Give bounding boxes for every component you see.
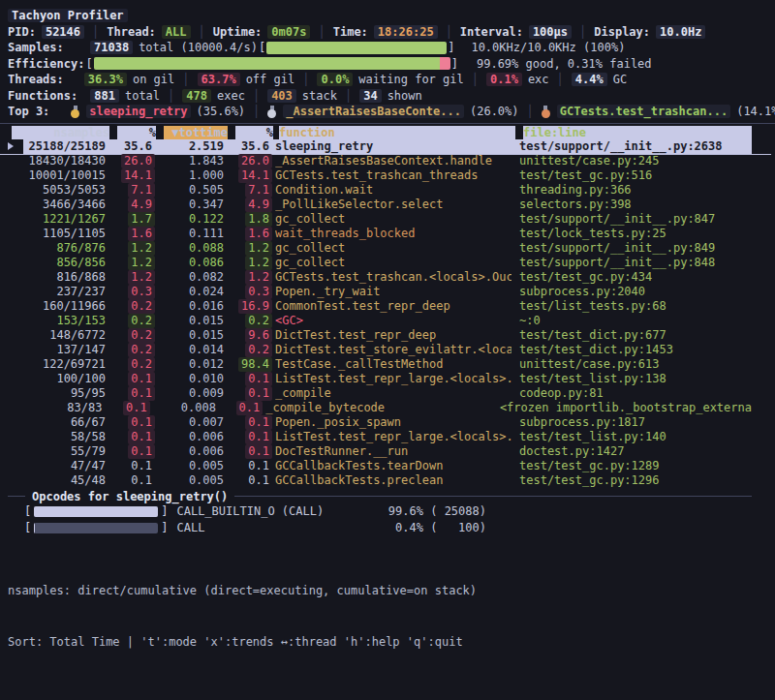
efficiency-label: Efficiency: <box>8 57 84 71</box>
pct-cumulative-cell: 0.1 <box>232 430 269 444</box>
column-header-tottime[interactable]: ▼tottime <box>164 126 228 139</box>
efficiency-bar-good <box>94 57 440 70</box>
nsamples-cell: 148/6772 <box>23 328 106 343</box>
gold-medal-icon <box>71 106 79 118</box>
tottime-cell: 0.012 <box>160 357 224 372</box>
pct-cumulative-value: 0.3 <box>245 285 272 299</box>
nsamples-cell: 55/79 <box>23 444 106 459</box>
table-row[interactable]: 66/670.10.0070.1Popen._posix_spawnsubpro… <box>23 415 752 430</box>
pct-direct-cell: 1.2 <box>113 256 152 270</box>
tottime-cell: 0.088 <box>160 241 224 256</box>
table-row[interactable]: 10001/1001514.11.00014.1GCTests.test_tra… <box>23 168 752 183</box>
nsamples-cell: 95/95 <box>23 386 106 401</box>
function-stat-value: 478 <box>182 89 211 103</box>
thread-stat-label: GC <box>613 73 627 86</box>
table-row[interactable]: 148/67720.20.0159.6DictTest.test_repr_de… <box>23 328 752 343</box>
nsamples-cell: 5053/5053 <box>23 183 106 198</box>
tottime-cell: 0.347 <box>160 198 224 212</box>
pct-direct-value: 0.1 <box>128 415 155 430</box>
column-header-pct-direct[interactable]: % <box>117 126 156 139</box>
thread-stat-value: 0.1% <box>486 73 522 86</box>
table-row[interactable]: 876/8761.20.0881.2gc_collecttest/support… <box>23 241 752 256</box>
header-table-divider <box>0 123 775 124</box>
file-line-cell: test/test_gc.py:516 <box>519 168 752 183</box>
function-cell: _AssertRaisesBaseContext.handle <box>275 154 512 168</box>
separator: │ <box>168 89 174 103</box>
opcode-row: []CALL_BUILTIN_O (CALL)99.6% ( 25088) <box>0 503 486 520</box>
thread-stat-value: 0.0% <box>317 73 353 86</box>
table-row[interactable]: 160/119660.20.01616.9CommonTest.test_rep… <box>23 299 752 314</box>
top-function-name: sleeping_retry <box>86 105 190 118</box>
pct-cumulative-value: 35.6 <box>241 139 269 154</box>
table-row[interactable]: 18430/1843026.01.84326.0_AssertRaisesBas… <box>23 154 752 168</box>
table-row[interactable]: 856/8561.20.0861.2gc_collecttest/support… <box>23 256 752 270</box>
column-header-pct-cumulative[interactable]: % <box>235 126 273 139</box>
pct-direct-value: 1.7 <box>128 212 155 227</box>
tottime-cell: 0.014 <box>160 343 224 357</box>
nsamples-cell: 47/47 <box>23 459 106 473</box>
pct-direct-value: 0.2 <box>128 328 155 343</box>
top3-label: Top 3: <box>8 105 49 118</box>
profiler-header: Tachyon Profiler PID:52146│Thread:ALL│Up… <box>0 0 775 120</box>
tottime-cell: 1.843 <box>160 154 224 168</box>
table-row[interactable]: 5053/50537.10.5057.1Condition.waitthread… <box>23 183 752 198</box>
table-row[interactable]: 25188/2518935.62.51935.6sleeping_retryte… <box>23 139 752 154</box>
footer-keybinds: Sort: Total Time | 't':mode 'x':trends ↔… <box>8 634 477 652</box>
pct-cumulative-value: 1.2 <box>245 241 272 256</box>
pct-direct-cell: 1.2 <box>113 241 152 256</box>
table-row[interactable]: 83/830.10.0080.1_compile_bytecode<frozen… <box>23 401 752 415</box>
terminal-screen: Tachyon Profiler PID:52146│Thread:ALL│Up… <box>0 0 775 700</box>
top-function-pct: (35.6%) <box>197 105 246 118</box>
file-line-cell: test/test_gc.py:1296 <box>519 473 752 488</box>
bronze-medal-icon <box>542 106 550 118</box>
column-header-file-line[interactable]: file:line <box>523 126 752 139</box>
display-label: Display: <box>594 25 650 39</box>
separator: │ <box>472 73 479 86</box>
pct-direct-cell: 0.1 <box>113 386 152 401</box>
pct-cumulative-cell: 0.1 <box>232 415 269 430</box>
tottime-cell: 0.015 <box>160 314 224 328</box>
file-line-cell: test/list_tests.py:68 <box>519 299 752 314</box>
samples-label: Samples: <box>8 41 90 54</box>
pct-direct-value: 0.1 <box>128 444 155 459</box>
pct-direct-cell: 4.9 <box>113 198 152 212</box>
table-row[interactable]: 100/1000.10.0100.1ListTest.test_repr_lar… <box>23 372 752 386</box>
nsamples-cell: 58/58 <box>23 430 106 444</box>
table-row[interactable]: 1221/12671.70.1221.8gc_collecttest/suppo… <box>23 212 752 227</box>
column-header-function[interactable]: function <box>279 126 515 139</box>
table-row[interactable]: 3466/34664.90.3474.9_PollLikeSelector.se… <box>23 198 752 212</box>
pct-direct-value: 0.2 <box>128 343 155 357</box>
table-row[interactable]: 137/1470.20.0140.2DictTest.test_store_ev… <box>23 343 752 357</box>
table-row[interactable]: 153/1530.20.0150.2<GC>~:0 <box>23 314 752 328</box>
tottime-cell: 0.010 <box>160 372 224 386</box>
table-row[interactable]: 122/697210.20.01298.4TestCase._callTestM… <box>23 357 752 372</box>
title-line: Tachyon Profiler <box>8 8 775 24</box>
table-row[interactable]: 816/8681.20.0821.2GCTests.test_trashcan.… <box>23 270 752 285</box>
pct-direct-cell: 0.1 <box>109 401 146 415</box>
pct-direct-value: 0.1 <box>128 372 155 386</box>
pct-cumulative-value: 9.6 <box>245 328 272 343</box>
app-title: Tachyon Profiler <box>8 9 128 22</box>
pct-direct-cell: 0.1 <box>113 444 152 459</box>
table-row[interactable]: 1105/11051.60.1111.6wait_threads_blocked… <box>23 227 752 241</box>
table-row[interactable]: 58/580.10.0060.1ListTest.test_repr_large… <box>23 430 752 444</box>
table-row[interactable]: 55/790.10.0060.1DocTestRunner.__rundocte… <box>23 444 752 459</box>
table-row[interactable]: 47/470.10.0050.1GCCallbackTests.tearDown… <box>23 459 752 473</box>
column-header-nsamples[interactable]: nsamples <box>12 126 109 139</box>
table-row[interactable]: 237/2370.30.0240.3Popen._try_waitsubproc… <box>23 285 752 299</box>
file-line-cell: test/support/__init__.py:848 <box>519 256 752 270</box>
samples-bar-fill <box>266 42 447 54</box>
function-cell: TestCase._callTestMethod <box>275 357 512 372</box>
tottime-cell: 0.015 <box>160 328 224 343</box>
table-row[interactable]: 45/480.10.0050.1GCCallbackTests.preclean… <box>23 473 752 488</box>
function-cell: Condition.wait <box>275 183 512 198</box>
pct-direct-value: 0.2 <box>128 357 155 372</box>
nsamples-cell: 1105/1105 <box>23 227 106 241</box>
tottime-cell: 0.008 <box>155 401 216 415</box>
opcode-bar <box>34 506 158 517</box>
nsamples-cell: 100/100 <box>23 372 106 386</box>
pct-cumulative-cell: 0.1 <box>232 473 269 488</box>
top-function-pct: (14.1%) <box>736 105 775 118</box>
table-row[interactable]: 95/950.10.0090.1_compilecodeop.py:81 <box>23 386 752 401</box>
top3-line: Top 3:sleeping_retry(35.6%)│_AssertRaise… <box>8 104 775 120</box>
